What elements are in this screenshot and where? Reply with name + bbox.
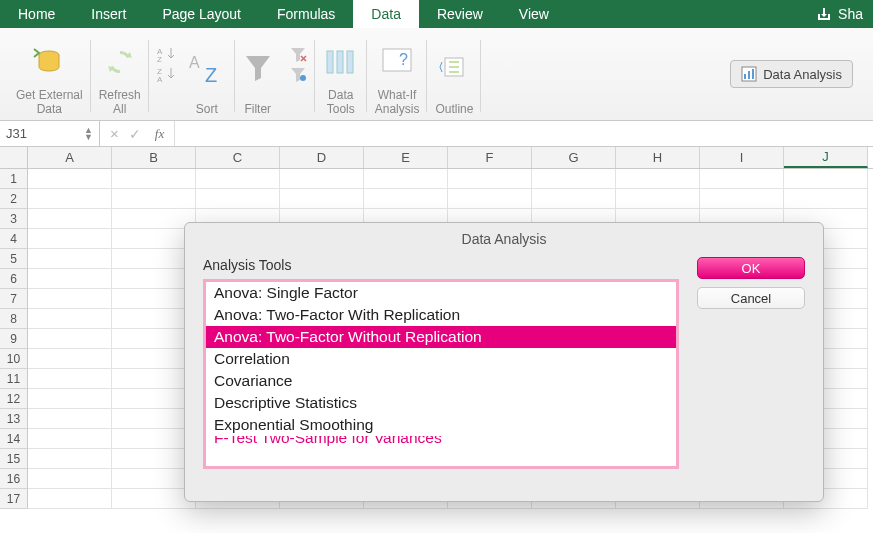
sort-desc-button[interactable]: ZA [157,66,177,82]
tab-data[interactable]: Data [353,0,419,28]
share-button[interactable]: Sha [810,6,873,22]
cell[interactable] [28,209,112,229]
analysis-tool-item[interactable]: Anova: Two-Factor With Replication [206,304,676,326]
group-outline[interactable]: Outline [427,32,481,120]
row-header[interactable]: 2 [0,189,28,209]
row-header[interactable]: 3 [0,209,28,229]
col-header-g[interactable]: G [532,147,616,168]
tab-formulas[interactable]: Formulas [259,0,353,28]
cell[interactable] [448,189,532,209]
cell[interactable] [364,189,448,209]
data-analysis-button[interactable]: Data Analysis [730,60,853,88]
cell[interactable] [112,169,196,189]
col-header-f[interactable]: F [448,147,532,168]
cell[interactable] [28,269,112,289]
col-header-j[interactable]: J [784,147,868,168]
analysis-tool-item[interactable]: Anova: Single Factor [206,282,676,304]
analysis-tool-item[interactable]: Covariance [206,370,676,392]
analysis-tool-item[interactable]: Anova: Two-Factor Without Replication [206,326,676,348]
advanced-filter-button[interactable] [289,66,307,82]
sort-asc-button[interactable]: AZ [157,46,177,62]
col-header-h[interactable]: H [616,147,700,168]
row-header[interactable]: 8 [0,309,28,329]
cell[interactable] [28,249,112,269]
group-filter[interactable]: Filter [235,32,281,120]
cell[interactable] [448,169,532,189]
name-box[interactable]: J31 ▲▼ [0,121,100,146]
row-header[interactable]: 12 [0,389,28,409]
group-sort[interactable]: AZ Sort [179,32,235,120]
col-header-c[interactable]: C [196,147,280,168]
cell[interactable] [28,389,112,409]
cell[interactable] [700,189,784,209]
row-header[interactable]: 15 [0,449,28,469]
cell[interactable] [28,329,112,349]
group-data-tools[interactable]: Data Tools [315,32,367,120]
analysis-tool-item[interactable]: F-Test Two-Sample for Variances [206,436,676,448]
col-header-b[interactable]: B [112,147,196,168]
group-get-external-data[interactable]: Get External Data [8,32,91,120]
cell[interactable] [532,169,616,189]
row-header[interactable]: 10 [0,349,28,369]
cell[interactable] [364,169,448,189]
tab-view[interactable]: View [501,0,567,28]
col-header-d[interactable]: D [280,147,364,168]
ok-button[interactable]: OK [697,257,805,279]
row-header[interactable]: 16 [0,469,28,489]
cell[interactable] [28,349,112,369]
row-header[interactable]: 6 [0,269,28,289]
accept-formula-icon[interactable]: ✓ [129,126,141,142]
analysis-tool-item[interactable]: Descriptive Statistics [206,392,676,414]
select-all-corner[interactable] [0,147,28,168]
cell[interactable] [616,169,700,189]
row-header[interactable]: 7 [0,289,28,309]
analysis-tools-list[interactable]: Anova: Single FactorAnova: Two-Factor Wi… [203,279,679,469]
tab-review[interactable]: Review [419,0,501,28]
cell[interactable] [112,189,196,209]
cell[interactable] [28,409,112,429]
cell[interactable] [28,189,112,209]
cell[interactable] [616,189,700,209]
cell[interactable] [28,229,112,249]
cell[interactable] [28,369,112,389]
cell[interactable] [28,449,112,469]
row-header[interactable]: 4 [0,229,28,249]
row-header[interactable]: 9 [0,329,28,349]
cell[interactable] [28,469,112,489]
row-header[interactable]: 17 [0,489,28,509]
clear-filter-button[interactable] [289,46,307,62]
row-header[interactable]: 5 [0,249,28,269]
row-header[interactable]: 14 [0,429,28,449]
cell[interactable] [196,169,280,189]
cell[interactable] [532,189,616,209]
analysis-tool-item[interactable]: Exponential Smoothing [206,414,676,436]
cell[interactable] [28,429,112,449]
cell[interactable] [28,169,112,189]
row-header[interactable]: 1 [0,169,28,189]
name-box-stepper[interactable]: ▲▼ [84,127,93,141]
cell[interactable] [280,189,364,209]
cancel-formula-icon[interactable]: × [110,125,119,142]
group-what-if[interactable]: ? What-If Analysis [367,32,428,120]
col-header-e[interactable]: E [364,147,448,168]
fx-label[interactable]: fx [155,126,164,142]
formula-input[interactable] [174,121,873,146]
cell[interactable] [784,169,868,189]
cancel-button[interactable]: Cancel [697,287,805,309]
tab-home[interactable]: Home [0,0,73,28]
row-header[interactable]: 11 [0,369,28,389]
cell[interactable] [28,309,112,329]
cell[interactable] [280,169,364,189]
cell[interactable] [784,189,868,209]
tab-page-layout[interactable]: Page Layout [144,0,259,28]
col-header-a[interactable]: A [28,147,112,168]
analysis-tool-item[interactable]: Correlation [206,348,676,370]
cell[interactable] [28,289,112,309]
cell[interactable] [196,189,280,209]
row-header[interactable]: 13 [0,409,28,429]
tab-insert[interactable]: Insert [73,0,144,28]
group-refresh-all[interactable]: Refresh All [91,32,149,120]
cell[interactable] [28,489,112,509]
cell[interactable] [700,169,784,189]
col-header-i[interactable]: I [700,147,784,168]
